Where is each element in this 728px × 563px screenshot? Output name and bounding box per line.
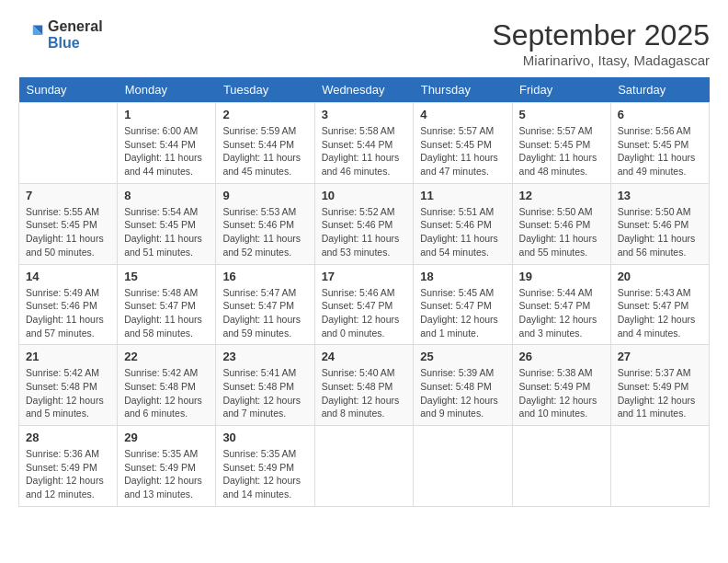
day-number: 7 [26, 189, 110, 202]
logo: General Blue [18, 18, 103, 52]
day-number: 3 [322, 108, 407, 121]
title-block: September 2025 Miarinarivo, Itasy, Madag… [492, 18, 710, 68]
calendar-week-5: 28Sunrise: 5:36 AMSunset: 5:49 PMDayligh… [19, 426, 710, 507]
day-number: 19 [519, 270, 604, 283]
day-number: 17 [322, 270, 407, 283]
calendar-cell: 1Sunrise: 6:00 AMSunset: 5:44 PMDaylight… [118, 103, 216, 184]
day-number: 13 [618, 189, 702, 202]
cell-info: Sunrise: 5:55 AMSunset: 5:45 PMDaylight:… [26, 205, 110, 259]
header-row: Sunday Monday Tuesday Wednesday Thursday… [19, 77, 710, 103]
calendar-cell: 11Sunrise: 5:51 AMSunset: 5:46 PMDayligh… [414, 183, 512, 264]
calendar-cell [610, 426, 709, 507]
cell-info: Sunrise: 5:58 AMSunset: 5:44 PMDaylight:… [322, 124, 407, 178]
cell-info: Sunrise: 5:40 AMSunset: 5:48 PMDaylight:… [322, 366, 407, 420]
cell-info: Sunrise: 5:41 AMSunset: 5:48 PMDaylight:… [222, 366, 307, 420]
col-sunday: Sunday [19, 77, 118, 103]
page-header: General Blue September 2025 Miarinarivo,… [18, 18, 710, 68]
cell-info: Sunrise: 5:56 AMSunset: 5:45 PMDaylight:… [618, 124, 702, 178]
calendar-cell: 12Sunrise: 5:50 AMSunset: 5:46 PMDayligh… [512, 183, 610, 264]
cell-info: Sunrise: 5:50 AMSunset: 5:46 PMDaylight:… [618, 205, 702, 259]
logo-icon [18, 22, 44, 48]
day-number: 8 [124, 189, 209, 202]
location-subtitle: Miarinarivo, Itasy, Madagascar [492, 52, 710, 68]
calendar-cell: 14Sunrise: 5:49 AMSunset: 5:46 PMDayligh… [19, 264, 118, 345]
cell-info: Sunrise: 5:51 AMSunset: 5:46 PMDaylight:… [420, 205, 505, 259]
calendar-cell: 22Sunrise: 5:42 AMSunset: 5:48 PMDayligh… [118, 345, 216, 426]
day-number: 12 [519, 189, 604, 202]
col-tuesday: Tuesday [216, 77, 314, 103]
day-number: 14 [26, 270, 110, 283]
calendar-cell: 17Sunrise: 5:46 AMSunset: 5:47 PMDayligh… [314, 264, 414, 345]
cell-info: Sunrise: 5:44 AMSunset: 5:47 PMDaylight:… [519, 286, 604, 340]
calendar-table: Sunday Monday Tuesday Wednesday Thursday… [18, 77, 710, 507]
day-number: 11 [420, 189, 505, 202]
calendar-cell: 13Sunrise: 5:50 AMSunset: 5:46 PMDayligh… [610, 183, 709, 264]
calendar-week-4: 21Sunrise: 5:42 AMSunset: 5:48 PMDayligh… [19, 345, 710, 426]
cell-info: Sunrise: 5:35 AMSunset: 5:49 PMDaylight:… [222, 447, 307, 501]
col-saturday: Saturday [610, 77, 709, 103]
calendar-cell [512, 426, 610, 507]
calendar-cell: 15Sunrise: 5:48 AMSunset: 5:47 PMDayligh… [118, 264, 216, 345]
month-title: September 2025 [492, 18, 710, 52]
col-thursday: Thursday [414, 77, 512, 103]
cell-info: Sunrise: 5:46 AMSunset: 5:47 PMDaylight:… [322, 286, 407, 340]
calendar-cell: 26Sunrise: 5:38 AMSunset: 5:49 PMDayligh… [512, 345, 610, 426]
calendar-cell: 18Sunrise: 5:45 AMSunset: 5:47 PMDayligh… [414, 264, 512, 345]
calendar-cell: 30Sunrise: 5:35 AMSunset: 5:49 PMDayligh… [216, 426, 314, 507]
col-friday: Friday [512, 77, 610, 103]
calendar-cell: 6Sunrise: 5:56 AMSunset: 5:45 PMDaylight… [610, 103, 709, 184]
calendar-week-3: 14Sunrise: 5:49 AMSunset: 5:46 PMDayligh… [19, 264, 710, 345]
cell-info: Sunrise: 5:48 AMSunset: 5:47 PMDaylight:… [124, 286, 209, 340]
logo-text: General Blue [48, 18, 103, 52]
calendar-cell [314, 426, 414, 507]
cell-info: Sunrise: 5:57 AMSunset: 5:45 PMDaylight:… [519, 124, 604, 178]
day-number: 21 [26, 350, 110, 363]
day-number: 15 [124, 270, 209, 283]
cell-info: Sunrise: 5:59 AMSunset: 5:44 PMDaylight:… [222, 124, 307, 178]
cell-info: Sunrise: 5:43 AMSunset: 5:47 PMDaylight:… [618, 286, 702, 340]
calendar-cell: 19Sunrise: 5:44 AMSunset: 5:47 PMDayligh… [512, 264, 610, 345]
calendar-cell: 4Sunrise: 5:57 AMSunset: 5:45 PMDaylight… [414, 103, 512, 184]
day-number: 16 [222, 270, 307, 283]
calendar-week-2: 7Sunrise: 5:55 AMSunset: 5:45 PMDaylight… [19, 183, 710, 264]
day-number: 28 [26, 431, 110, 444]
day-number: 30 [222, 431, 307, 444]
day-number: 23 [222, 350, 307, 363]
cell-info: Sunrise: 5:39 AMSunset: 5:48 PMDaylight:… [420, 366, 505, 420]
cell-info: Sunrise: 5:52 AMSunset: 5:46 PMDaylight:… [322, 205, 407, 259]
cell-info: Sunrise: 5:36 AMSunset: 5:49 PMDaylight:… [26, 447, 110, 501]
calendar-cell: 23Sunrise: 5:41 AMSunset: 5:48 PMDayligh… [216, 345, 314, 426]
cell-info: Sunrise: 5:57 AMSunset: 5:45 PMDaylight:… [420, 124, 505, 178]
day-number: 4 [420, 108, 505, 121]
cell-info: Sunrise: 5:45 AMSunset: 5:47 PMDaylight:… [420, 286, 505, 340]
calendar-cell: 5Sunrise: 5:57 AMSunset: 5:45 PMDaylight… [512, 103, 610, 184]
calendar-cell: 3Sunrise: 5:58 AMSunset: 5:44 PMDaylight… [314, 103, 414, 184]
day-number: 18 [420, 270, 505, 283]
cell-info: Sunrise: 5:42 AMSunset: 5:48 PMDaylight:… [124, 366, 209, 420]
calendar-week-1: 1Sunrise: 6:00 AMSunset: 5:44 PMDaylight… [19, 103, 710, 184]
col-wednesday: Wednesday [314, 77, 414, 103]
day-number: 27 [618, 350, 702, 363]
cell-info: Sunrise: 5:53 AMSunset: 5:46 PMDaylight:… [222, 205, 307, 259]
cell-info: Sunrise: 5:37 AMSunset: 5:49 PMDaylight:… [618, 366, 702, 420]
day-number: 22 [124, 350, 209, 363]
cell-info: Sunrise: 5:38 AMSunset: 5:49 PMDaylight:… [519, 366, 604, 420]
day-number: 5 [519, 108, 604, 121]
calendar-cell: 29Sunrise: 5:35 AMSunset: 5:49 PMDayligh… [118, 426, 216, 507]
day-number: 24 [322, 350, 407, 363]
day-number: 6 [618, 108, 702, 121]
calendar-cell: 20Sunrise: 5:43 AMSunset: 5:47 PMDayligh… [610, 264, 709, 345]
day-number: 26 [519, 350, 604, 363]
day-number: 20 [618, 270, 702, 283]
day-number: 9 [222, 189, 307, 202]
calendar-cell: 24Sunrise: 5:40 AMSunset: 5:48 PMDayligh… [314, 345, 414, 426]
calendar-cell: 8Sunrise: 5:54 AMSunset: 5:45 PMDaylight… [118, 183, 216, 264]
calendar-cell: 28Sunrise: 5:36 AMSunset: 5:49 PMDayligh… [19, 426, 118, 507]
calendar-cell: 7Sunrise: 5:55 AMSunset: 5:45 PMDaylight… [19, 183, 118, 264]
cell-info: Sunrise: 6:00 AMSunset: 5:44 PMDaylight:… [124, 124, 209, 178]
calendar-cell: 10Sunrise: 5:52 AMSunset: 5:46 PMDayligh… [314, 183, 414, 264]
calendar-cell [414, 426, 512, 507]
cell-info: Sunrise: 5:50 AMSunset: 5:46 PMDaylight:… [519, 205, 604, 259]
day-number: 10 [322, 189, 407, 202]
cell-info: Sunrise: 5:47 AMSunset: 5:47 PMDaylight:… [222, 286, 307, 340]
